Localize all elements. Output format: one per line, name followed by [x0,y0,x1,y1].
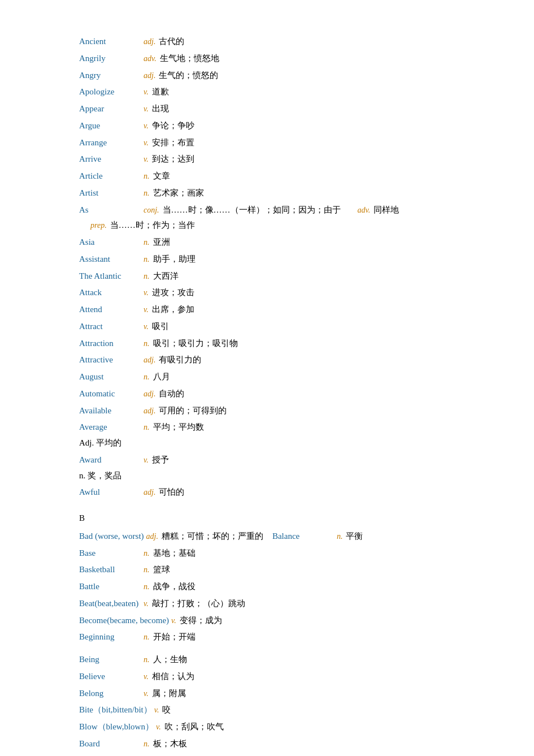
entry-belong: Belong v. 属；附属 [79,686,455,702]
definition: 变得；成为 [180,613,222,629]
word: Attraction [79,336,141,352]
definition: 吸引；吸引力；吸引物 [153,336,238,352]
pos: adj. [144,387,155,401]
pos: v. [144,119,149,133]
entry-available: Available adj. 可用的；可得到的 [79,403,455,419]
definition: 人；生物 [153,652,187,668]
extra-pos: adv. [358,203,371,218]
word: Base [79,546,141,561]
inline-word: Balance [272,529,335,545]
word: Available [79,403,141,419]
pos: v. [144,319,149,334]
entry-become: Become(became, become) v. 变得；成为 [79,613,455,629]
definition: 咬 [162,702,171,718]
definition: 板；木板 [153,736,187,752]
pos: v. [144,453,149,468]
word: Artist [79,185,141,201]
definition: 相信；认为 [152,669,194,685]
entry-being: Being n. 人；生物 [79,652,455,668]
inline-def: 平衡 [346,529,363,545]
pos: v. [154,703,159,718]
definition: 授予 [152,452,169,468]
word: Attract [79,319,141,335]
word: Beginning [79,629,141,645]
entry-apologize: Apologize v. 道歉 [79,84,455,100]
extra-definition: 同样地 [374,202,399,218]
entry-beat: Beat(beat,beaten) v. 敲打；打败；（心）跳动 [79,596,455,612]
word: Ancient [79,34,141,50]
entry-automatic: Automatic adj. 自动的 [79,386,455,402]
pos: v. [144,597,149,611]
section-b: B [79,511,455,526]
word: Battle [79,579,141,595]
pos: n. [144,370,150,385]
pos: adj. [144,68,155,83]
pos: n. [144,630,150,645]
spacer [79,646,455,652]
entry-arrange: Arrange v. 安排；布置 [79,135,455,151]
pos: n. [144,737,150,751]
definition: 吸引 [152,319,169,335]
adj-line: Adj. 平均的 [79,435,121,451]
pos: n. [144,252,150,267]
pos: n. [144,169,150,184]
word: Awful [79,485,141,500]
dictionary-content: Ancient adj. 古代的 Angrily adv. 生气地；愤怒地 An… [79,34,455,752]
entry-assistant: Assistant n. 助手，助理 [79,252,455,267]
definition: 可怕的 [159,485,184,500]
pos: v. [144,85,149,100]
entry-beginning: Beginning n. 开始；开端 [79,629,455,645]
word: Average [79,420,141,435]
definition: 平均；平均数 [153,420,204,435]
pos: adj. [144,34,155,49]
word: Become(became, become) [79,613,169,629]
pos: v. [144,303,149,317]
entry-attract: Attract v. 吸引 [79,319,455,335]
definition: 古代的 [159,34,184,50]
pos: v. [171,614,176,628]
word: Appear [79,101,141,117]
definition: 属；附属 [152,686,186,702]
word: August [79,369,141,385]
pos: n. [144,420,150,435]
pos: n. [144,580,150,594]
definition: 吹；刮风；吹气 [164,719,224,735]
word: Attractive [79,352,141,368]
entry-arrive: Arrive v. 到达；达到 [79,152,455,167]
word: Blow（blew,blown） [79,719,154,735]
definition: 生气的；愤怒的 [159,68,218,84]
definition: 敲打；打败；（心）跳动 [152,596,245,612]
pos: n. [144,563,150,577]
pos: adv. [144,51,157,66]
definition: 当……时；像……（一样）；如同；因为；由于 [163,202,341,218]
entry-battle: Battle n. 战争，战役 [79,579,455,595]
word: Arrive [79,152,141,167]
word: Bad (worse, worst) [79,529,144,545]
definition: 自动的 [159,386,184,402]
entry-average: Average n. 平均；平均数 Adj. 平均的 [79,420,455,451]
definition: 篮球 [153,562,170,578]
pos: v. [144,286,149,300]
pos: n. [144,653,150,667]
pos: adj. [144,485,155,500]
prep-definition: 当……时；作为；当作 [110,218,195,234]
entry-asia: Asia n. 亚洲 [79,235,455,250]
definition: 可用的；可得到的 [159,403,227,419]
entry-article: Article n. 文章 [79,169,455,184]
entry-award: Award v. 授予 n. 奖，奖品 [79,452,455,484]
inline-pos: n. [337,529,343,544]
pos: adj. [144,353,155,368]
word: The Atlantic [79,269,141,284]
entry-as: As conj. 当……时；像……（一样）；如同；因为；由于 adv. 同样地 … [79,202,455,234]
entry-artist: Artist n. 艺术家；画家 [79,185,455,201]
entry-base: Base n. 基地；基础 [79,546,455,561]
entry-ancient: Ancient adj. 古代的 [79,34,455,50]
pos: adj. [144,404,155,418]
entry-bad: Bad (worse, worst) adj. 糟糕；可惜；坏的；严重的 Bal… [79,529,455,545]
pos: v. [144,102,149,116]
word: Belong [79,686,141,702]
word: Argue [79,118,141,134]
entry-board: Board n. 板；木板 [79,736,455,752]
definition: 战争，战役 [153,579,196,595]
pos: v. [144,669,149,684]
